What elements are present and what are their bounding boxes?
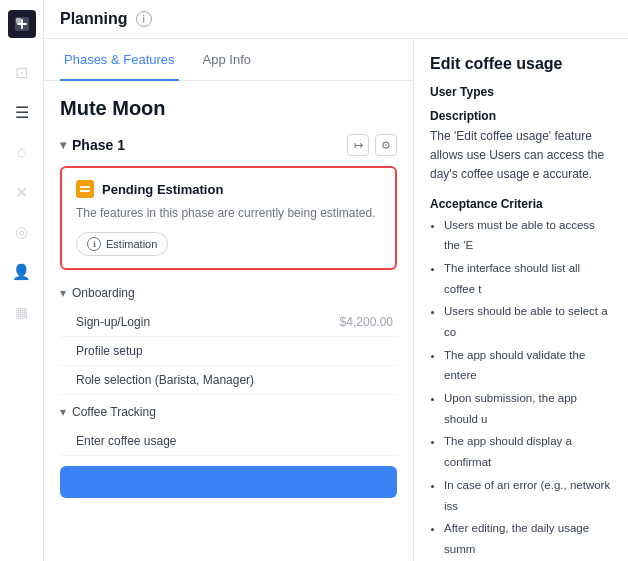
info-icon[interactable]: i	[136, 11, 152, 27]
sidebar-item-target[interactable]: ◎	[6, 216, 38, 248]
feature-row-signup[interactable]: Sign-up/Login $4,200.00	[60, 308, 397, 337]
phase-title: Phase 1	[72, 137, 125, 153]
svg-rect-3	[80, 190, 90, 192]
right-panel: Edit coffee usage User Types Description…	[414, 39, 628, 561]
detail-title: Edit coffee usage	[430, 55, 612, 73]
feature-name-signup: Sign-up/Login	[76, 315, 150, 329]
description-text: The 'Edit coffee usage' feature allows u…	[430, 127, 612, 185]
criteria-item: The app should validate the entere	[444, 345, 612, 386]
criteria-item: In case of an error (e.g., network iss	[444, 475, 612, 516]
left-panel: Phases & Features App Info Mute Moon ▾ P…	[44, 39, 414, 561]
pending-icon	[76, 180, 94, 198]
tab-app-info[interactable]: App Info	[199, 40, 255, 81]
project-title: Mute Moon	[60, 97, 397, 120]
svg-rect-2	[80, 186, 90, 188]
sidebar-item-storage[interactable]: ▦	[6, 296, 38, 328]
content-area: Phases & Features App Info Mute Moon ▾ P…	[44, 39, 628, 561]
feature-name-profile: Profile setup	[76, 344, 143, 358]
phase-label: ▾ Phase 1	[60, 137, 125, 153]
criteria-item: The interface should list all coffee t	[444, 258, 612, 299]
coffee-section-header: ▾ Coffee Tracking	[60, 403, 397, 421]
tab-phases-features[interactable]: Phases & Features	[60, 40, 179, 81]
onboarding-label: Onboarding	[72, 286, 135, 300]
pending-card-header: Pending Estimation	[76, 180, 381, 198]
phase-chevron[interactable]: ▾	[60, 138, 66, 152]
feature-price-signup: $4,200.00	[340, 315, 393, 329]
svg-rect-1	[16, 18, 21, 23]
feature-row-role[interactable]: Role selection (Barista, Manager)	[60, 366, 397, 395]
criteria-item: The app should display a confirmat	[444, 431, 612, 472]
sidebar: ⊡ ☰ ⌂ ✕ ◎ 👤 ▦	[0, 0, 44, 561]
pending-description: The features in this phase are currently…	[76, 204, 381, 222]
onboarding-chevron[interactable]: ▾	[60, 286, 66, 300]
badge-label: Estimation	[106, 238, 157, 250]
app-logo[interactable]	[8, 10, 36, 38]
sidebar-item-pages[interactable]: ⊡	[6, 56, 38, 88]
onboarding-section-header: ▾ Onboarding	[60, 284, 397, 302]
header: Planning i	[44, 0, 628, 39]
feature-name-coffee: Enter coffee usage	[76, 434, 177, 448]
phase-export-button[interactable]: ↦	[347, 134, 369, 156]
sidebar-item-list[interactable]: ☰	[6, 96, 38, 128]
feature-row-coffee[interactable]: Enter coffee usage	[60, 427, 397, 456]
estimation-badge[interactable]: ℹ Estimation	[76, 232, 168, 256]
criteria-item: Users should be able to select a co	[444, 301, 612, 342]
page-title: Planning	[60, 10, 128, 28]
feature-row-profile[interactable]: Profile setup	[60, 337, 397, 366]
criteria-item: After editing, the daily usage summ	[444, 518, 612, 559]
coffee-chevron[interactable]: ▾	[60, 405, 66, 419]
phase-header: ▾ Phase 1 ↦ ⚙	[60, 134, 397, 156]
sidebar-item-home[interactable]: ⌂	[6, 136, 38, 168]
tabs: Phases & Features App Info	[44, 39, 413, 81]
coffee-label: Coffee Tracking	[72, 405, 156, 419]
sidebar-item-people[interactable]: 👤	[6, 256, 38, 288]
phase-actions: ↦ ⚙	[347, 134, 397, 156]
pending-title: Pending Estimation	[102, 182, 223, 197]
add-feature-button[interactable]	[60, 466, 397, 498]
criteria-list: Users must be able to access the 'E The …	[430, 215, 612, 560]
user-types-label: User Types	[430, 85, 612, 99]
criteria-item: Users must be able to access the 'E	[444, 215, 612, 256]
acceptance-label: Acceptance Criteria	[430, 197, 612, 211]
description-label: Description	[430, 109, 612, 123]
main-content: Planning i Phases & Features App Info Mu…	[44, 0, 628, 561]
badge-icon: ℹ	[87, 237, 101, 251]
phase-settings-button[interactable]: ⚙	[375, 134, 397, 156]
pending-estimation-card: Pending Estimation The features in this …	[60, 166, 397, 270]
feature-name-role: Role selection (Barista, Manager)	[76, 373, 254, 387]
sidebar-item-tools[interactable]: ✕	[6, 176, 38, 208]
criteria-item: Upon submission, the app should u	[444, 388, 612, 429]
